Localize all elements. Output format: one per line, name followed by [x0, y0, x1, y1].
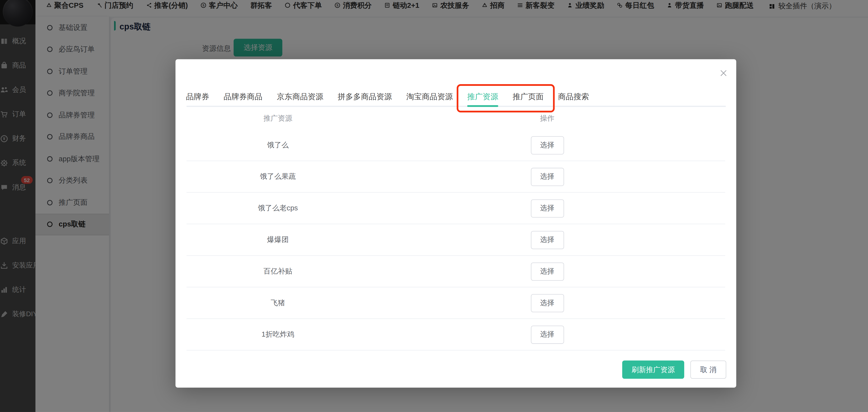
- table-header: 推广资源 操作: [186, 107, 725, 129]
- table-body: 饿了么 选择 饿了么果蔬 选择 饿了么老cps 选择 爆爆团: [186, 129, 725, 350]
- modal-tab-label: 推广资源: [467, 92, 498, 101]
- modal-tab-label: 品牌券: [186, 92, 209, 101]
- modal-tab-label: 淘宝商品资源: [406, 92, 453, 101]
- modal-tab[interactable]: 拼多多商品资源: [338, 92, 392, 102]
- app-window: 聚合CPS 门店预约 推客(分销) S 客户中心 群拓客 代客下单: [0, 0, 868, 412]
- resource-name: 爆爆团: [186, 235, 369, 245]
- table-header-resource: 推广资源: [186, 113, 369, 123]
- modal-tab[interactable]: 京东商品资源: [277, 92, 323, 102]
- select-button[interactable]: 选择: [530, 325, 564, 344]
- modal-tab[interactable]: 推广页面: [513, 92, 544, 102]
- modal-tab-label: 品牌券商品: [224, 92, 262, 101]
- modal-tab[interactable]: 商品搜索: [558, 92, 589, 102]
- modal-tab-label: 拼多多商品资源: [338, 92, 392, 101]
- modal-tab-label: 推广页面: [513, 92, 544, 101]
- tab-active-underline: [467, 105, 498, 107]
- select-button[interactable]: 选择: [530, 136, 564, 154]
- viewport: 聚合CPS 门店预约 推客(分销) S 客户中心 群拓客 代客下单: [0, 0, 868, 412]
- table-row: 爆爆团 选择: [186, 224, 725, 256]
- table-row: 饿了么老cps 选择: [186, 193, 725, 224]
- select-button[interactable]: 选择: [530, 294, 564, 312]
- close-icon[interactable]: [719, 68, 728, 77]
- modal-tab[interactable]: 淘宝商品资源: [406, 92, 453, 102]
- modal-tab-label: 商品搜索: [558, 92, 589, 101]
- modal-tab[interactable]: 品牌券商品: [224, 92, 262, 102]
- modal-tab[interactable]: 品牌券: [186, 92, 209, 102]
- table-header-action: 操作: [369, 113, 725, 123]
- modal-tab[interactable]: 推广资源: [467, 92, 498, 102]
- table-row: 饿了么果蔬 选择: [186, 161, 725, 193]
- resource-name: 百亿补贴: [186, 266, 369, 276]
- select-button[interactable]: 选择: [530, 168, 564, 186]
- cancel-button[interactable]: 取 消: [690, 360, 726, 379]
- resource-name: 饿了么老cps: [186, 203, 369, 213]
- modal-tab-label: 京东商品资源: [277, 92, 323, 101]
- resource-name: 飞猪: [186, 298, 369, 308]
- table-row: 饿了么 选择: [186, 129, 725, 161]
- resource-name: 饿了么果蔬: [186, 172, 369, 182]
- select-button[interactable]: 选择: [530, 231, 564, 249]
- select-button[interactable]: 选择: [530, 199, 564, 217]
- select-button[interactable]: 选择: [530, 262, 564, 281]
- table-row: 1折吃炸鸡 选择: [186, 319, 725, 350]
- resource-name: 饿了么: [186, 140, 369, 150]
- resource-modal: 品牌券 品牌券商品 京东商品资源 拼多多商品资源 淘宝商品资源 推广资源 推广页…: [176, 59, 736, 388]
- table-row: 飞猪 选择: [186, 288, 725, 319]
- table-row: 百亿补贴 选择: [186, 256, 725, 288]
- refresh-resources-button[interactable]: 刷新推广资源: [622, 360, 684, 379]
- modal-tabs: 品牌券 品牌券商品 京东商品资源 拼多多商品资源 淘宝商品资源 推广资源 推广页…: [186, 92, 589, 102]
- resource-name: 1折吃炸鸡: [186, 329, 369, 340]
